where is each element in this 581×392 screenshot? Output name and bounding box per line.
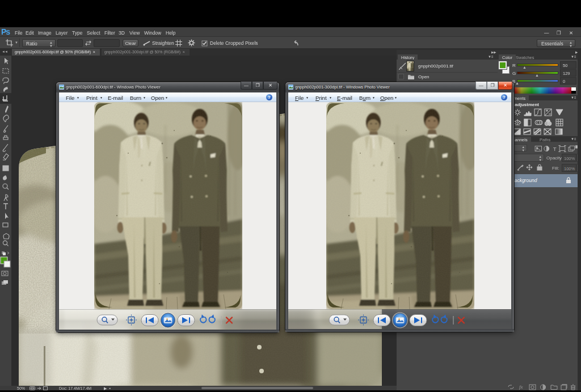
svg-text:fx: fx	[519, 384, 523, 390]
svg-text:T: T	[553, 146, 557, 152]
